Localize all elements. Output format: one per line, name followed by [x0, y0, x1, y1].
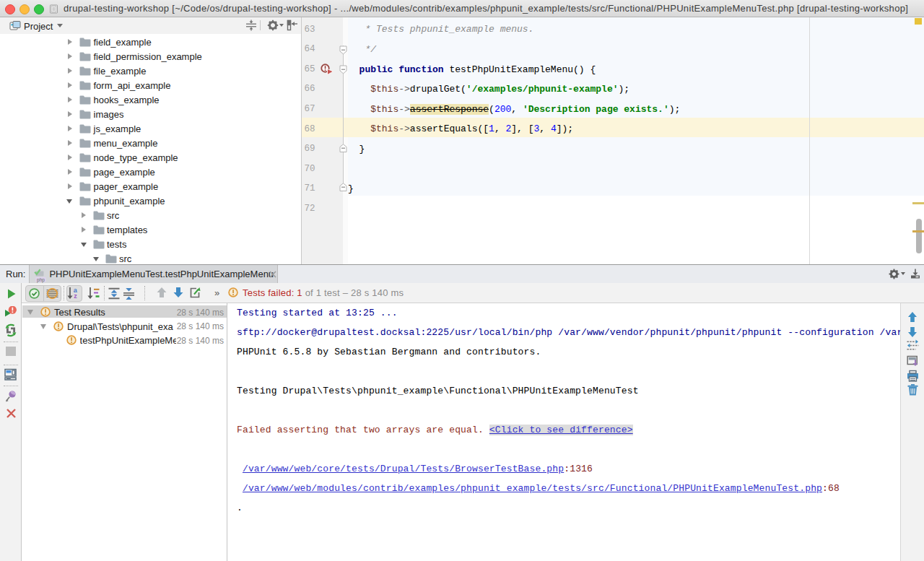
svg-text:z: z [74, 292, 77, 300]
svg-text:php: php [37, 277, 45, 283]
